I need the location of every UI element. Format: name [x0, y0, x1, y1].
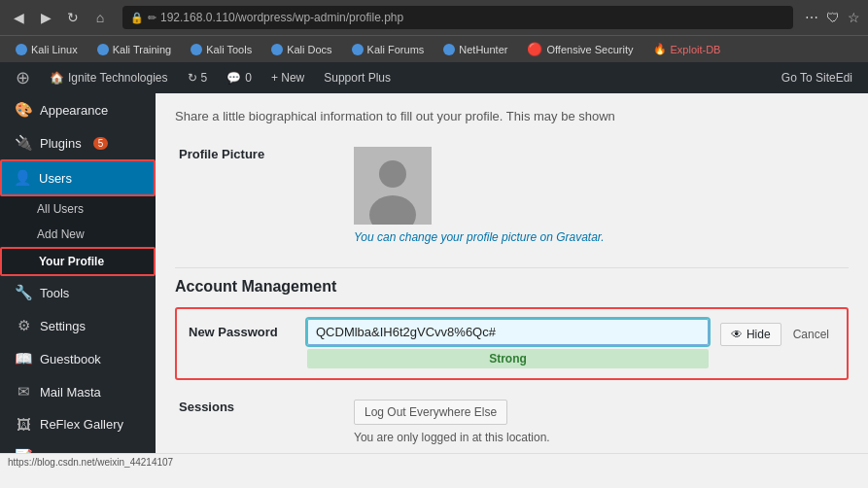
sidebar-item-mail-masta-label: Mail Masta [40, 385, 101, 400]
go-to-site-label: Go To SiteEdi [781, 71, 852, 85]
url-bar: 🔒 ✏ 192.168.0.110/wordpress/wp-admin/pro… [122, 6, 793, 29]
status-bar: https://blog.csdn.net/weixin_44214107 [0, 453, 868, 471]
profile-picture-table: Profile Picture You can change your prof… [175, 139, 849, 252]
cancel-button[interactable]: Cancel [787, 324, 835, 345]
bio-text: Share a little biographical information … [175, 109, 849, 123]
sidebar-item-add-new[interactable]: Add New [0, 222, 156, 247]
site-name: Ignite Technologies [68, 71, 168, 85]
more-button[interactable]: ⋯ [805, 10, 818, 25]
new-content-item[interactable]: + New [261, 62, 314, 93]
sessions-row: Sessions Log Out Everywhere Else You are… [175, 392, 849, 452]
sidebar-item-settings-label: Settings [40, 319, 86, 333]
url-text[interactable]: 192.168.0.110/wordpress/wp-admin/profile… [160, 11, 403, 24]
browser-nav-bar: ◀ ▶ ↻ ⌂ 🔒 ✏ 192.168.0.110/wordpress/wp-a… [0, 0, 868, 35]
sidebar-item-settings[interactable]: ⚙ Settings [0, 309, 156, 342]
support-label: Support Plus [324, 71, 391, 85]
avatar [354, 147, 432, 225]
password-strength-bar: Strong [307, 349, 709, 368]
bookmark-button[interactable]: ☆ [848, 10, 860, 25]
new-label: + New [271, 71, 304, 85]
hide-label: Hide [746, 328, 771, 341]
kali-icon [16, 44, 27, 55]
profile-picture-cell: You can change your profile picture on G… [350, 139, 849, 252]
logout-everywhere-label: Log Out Everywhere Else [365, 405, 497, 419]
sidebar-item-site-editor[interactable]: 📝 SiteEditor [0, 440, 156, 453]
back-button[interactable]: ◀ [8, 7, 29, 28]
password-field-area: Strong [307, 319, 709, 368]
sidebar-menu: 🎨 Appearance 🔌 Plugins 5 👤 Users All Use… [0, 93, 156, 453]
account-management-title: Account Management [175, 267, 849, 296]
kali-icon [352, 44, 364, 55]
mail-masta-icon: ✉ [15, 383, 32, 401]
sidebar-item-tools[interactable]: 🔧 Tools [0, 276, 156, 309]
logout-everywhere-button[interactable]: Log Out Everywhere Else [354, 400, 507, 425]
kali-icon [271, 44, 283, 55]
sessions-cell: Log Out Everywhere Else You are only log… [350, 392, 849, 452]
comments-item[interactable]: 💬 0 [217, 62, 261, 93]
settings-icon: ⚙ [15, 317, 32, 334]
comments-icon: 💬 [226, 71, 241, 85]
bookmark-kali-docs[interactable]: Kali Docs [263, 42, 339, 57]
updates-count: 5 [201, 71, 208, 85]
hide-button[interactable]: 👁 Hide [720, 323, 781, 346]
sidebar-item-users[interactable]: 👤 Users [0, 159, 156, 196]
forward-button[interactable]: ▶ [35, 7, 56, 28]
bookmark-exploit-db[interactable]: 🔥 Exploit-DB [645, 41, 729, 57]
wp-sidebar: 🎨 Appearance 🔌 Plugins 5 👤 Users All Use… [0, 93, 156, 453]
browser-chrome: ◀ ▶ ↻ ⌂ 🔒 ✏ 192.168.0.110/wordpress/wp-a… [0, 0, 868, 62]
sidebar-item-all-users[interactable]: All Users [0, 196, 156, 222]
plugins-badge: 5 [93, 137, 109, 150]
avatar-svg [354, 147, 432, 225]
svg-point-1 [379, 160, 406, 188]
home-button[interactable]: ⌂ [89, 7, 111, 28]
bookmark-nethunter[interactable]: NetHunter [435, 42, 515, 57]
updates-icon: ↻ [188, 71, 197, 85]
password-input[interactable] [307, 319, 709, 345]
gravatar-link[interactable]: You can change your profile picture on G… [354, 230, 845, 244]
tools-icon: 🔧 [15, 284, 32, 301]
sidebar-item-guestbook[interactable]: 📖 Guestbook [0, 342, 156, 375]
wp-logo: ⊕ [16, 67, 30, 88]
new-password-label: New Password [189, 319, 295, 339]
site-name-item[interactable]: 🏠 Ignite Technologies [40, 62, 178, 93]
bookmarks-bar: Kali Linux Kali Training Kali Tools Kali… [0, 35, 868, 62]
your-profile-label: Your Profile [39, 255, 104, 268]
go-to-site-item[interactable]: Go To SiteEdi [772, 71, 862, 85]
site-editor-icon: 📝 [15, 448, 32, 453]
support-plus-item[interactable]: Support Plus [314, 62, 400, 93]
sidebar-item-plugins[interactable]: 🔌 Plugins 5 [0, 126, 156, 159]
sidebar-item-mail-masta[interactable]: ✉ Mail Masta [0, 375, 156, 408]
sidebar-item-appearance[interactable]: 🎨 Appearance [0, 93, 156, 126]
house-icon: 🏠 [50, 71, 64, 85]
shield-button[interactable]: 🛡 [826, 10, 840, 25]
sidebar-item-guestbook-label: Guestbook [40, 352, 101, 366]
sessions-label: Sessions [175, 392, 350, 452]
reflex-gallery-icon: 🖼 [15, 416, 32, 433]
eye-icon: 👁 [731, 328, 743, 341]
refresh-button[interactable]: ↻ [62, 7, 84, 28]
wp-logo-item[interactable]: ⊕ [6, 62, 40, 93]
sessions-section: Sessions Log Out Everywhere Else You are… [175, 392, 849, 452]
cancel-label: Cancel [793, 328, 829, 341]
password-actions: 👁 Hide Cancel [720, 319, 835, 346]
bookmark-kali-forums[interactable]: Kali Forums [344, 42, 433, 57]
exploit-icon: 🔥 [653, 43, 667, 55]
bookmark-kali-linux[interactable]: Kali Linux [8, 42, 86, 57]
users-submenu: All Users Add New Your Profile [0, 196, 156, 276]
updates-item[interactable]: ↻ 5 [178, 62, 218, 93]
bookmark-offensive-security[interactable]: 🔴 Offensive Security [519, 40, 641, 58]
sidebar-item-plugins-label: Plugins [40, 136, 82, 151]
account-management-section: Account Management New Password Strong 👁… [175, 267, 849, 452]
sessions-table: Sessions Log Out Everywhere Else You are… [175, 392, 849, 452]
profile-picture-row: Profile Picture You can change your prof… [175, 139, 849, 252]
bookmark-kali-tools[interactable]: Kali Tools [183, 42, 260, 57]
sidebar-item-reflex-gallery[interactable]: 🖼 ReFlex Gallery [0, 408, 156, 440]
sidebar-item-your-profile[interactable]: Your Profile [0, 247, 156, 276]
status-url: https://blog.csdn.net/weixin_44214107 [8, 457, 173, 468]
sidebar-item-tools-label: Tools [40, 286, 69, 300]
url-edit-icon: ✏ [148, 12, 156, 24]
kali-icon [191, 44, 202, 55]
users-icon: 👤 [14, 169, 31, 187]
offensive-icon: 🔴 [527, 42, 542, 56]
bookmark-kali-training[interactable]: Kali Training [89, 42, 180, 57]
